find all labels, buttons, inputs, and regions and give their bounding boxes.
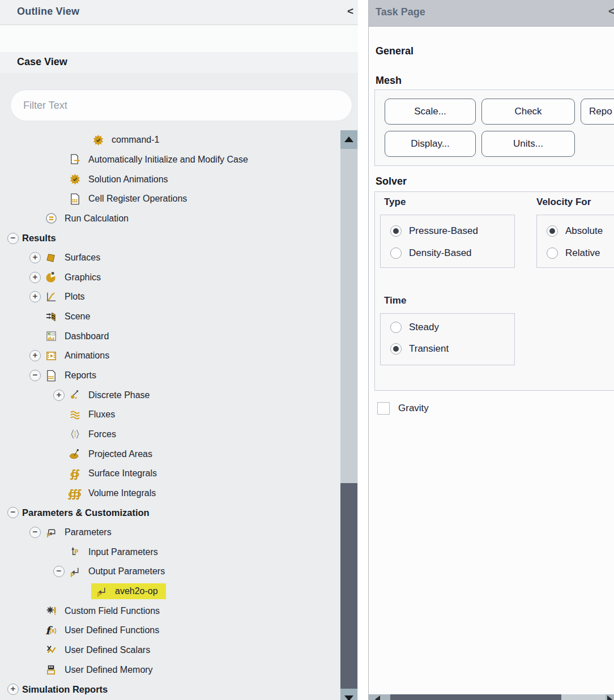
expander-minus-icon[interactable]: − bbox=[7, 507, 19, 518]
tree-item-reports[interactable]: −Reports bbox=[0, 366, 340, 386]
tree-item-user-defined-memory[interactable]: User Defined Memory bbox=[0, 660, 340, 680]
discrete-phase-icon bbox=[68, 389, 82, 402]
expander-plus-icon[interactable]: + bbox=[53, 390, 65, 401]
output-parameters-icon: P bbox=[95, 585, 108, 597]
mesh-heading: Mesh bbox=[376, 75, 402, 87]
tree-item-fluxes[interactable]: Fluxes bbox=[0, 405, 340, 425]
doc-arrow-icon bbox=[68, 153, 82, 166]
animations-icon bbox=[44, 349, 58, 362]
tree-item-label: Surfaces bbox=[65, 253, 100, 263]
display-button[interactable]: Display... bbox=[385, 131, 476, 157]
case-view-row: Case View bbox=[0, 52, 358, 73]
outline-view-header: Outline View < bbox=[0, 0, 358, 25]
scroll-up-button[interactable] bbox=[340, 130, 357, 149]
tree-item-label: Fluxes bbox=[88, 409, 115, 420]
velocity-formulation-box: Absolute Relative bbox=[536, 215, 614, 268]
tree-item-graphics[interactable]: +Graphics bbox=[0, 267, 340, 287]
tree-item-run-calculation[interactable]: Run Calculation bbox=[0, 209, 340, 229]
expander-plus-icon[interactable]: + bbox=[29, 272, 41, 283]
tree-item-surfaces[interactable]: +Surfaces bbox=[0, 248, 340, 268]
tree-item-input-parameters[interactable]: PInput Parameters bbox=[0, 542, 340, 562]
tree-item-label: Animations bbox=[65, 351, 109, 361]
tree-item-animations[interactable]: +Animations bbox=[0, 346, 340, 366]
tree-item-command-1[interactable]: command-1 bbox=[0, 130, 340, 150]
expander-minus-icon[interactable]: − bbox=[29, 527, 41, 538]
tree-item-results[interactable]: −Results bbox=[0, 228, 340, 248]
tree-item-label: Scene bbox=[65, 311, 90, 322]
tree-item-solution-animations[interactable]: Solution Animations bbox=[0, 169, 340, 189]
expander-plus-icon[interactable]: + bbox=[29, 252, 41, 263]
custom-field-functions-icon bbox=[44, 605, 58, 617]
surfaces-icon bbox=[44, 251, 58, 264]
surface-integrals-icon: ∯ bbox=[68, 467, 82, 480]
tree-item-label: User Defined Scalars bbox=[65, 645, 150, 655]
tree-item-user-defined-functions[interactable]: f(x)User Defined Functions bbox=[0, 621, 340, 641]
gravity-checkbox-row[interactable]: Gravity bbox=[377, 402, 429, 415]
horizontal-scrollbar[interactable] bbox=[369, 694, 614, 700]
tree-item-output-parameters[interactable]: −POutput Parameters bbox=[0, 562, 340, 582]
tree-item-volume-integrals[interactable]: ∰Volume Integrals bbox=[0, 484, 340, 503]
tree-item-user-defined-scalars[interactable]: User Defined Scalars bbox=[0, 641, 340, 660]
scene-icon bbox=[44, 310, 58, 323]
horizontal-scrollbar-thumb[interactable] bbox=[390, 694, 561, 700]
mesh-groupbox: Scale... Check Repo Display... Units... bbox=[374, 89, 614, 166]
tree-item-dashboard[interactable]: Dashboard bbox=[0, 326, 340, 346]
expander-plus-icon[interactable]: + bbox=[7, 684, 19, 695]
vertical-scrollbar[interactable] bbox=[340, 130, 357, 700]
tree-item-plots[interactable]: +Plots bbox=[0, 287, 340, 307]
scroll-left-button[interactable] bbox=[369, 694, 390, 700]
radio-button-icon bbox=[547, 225, 558, 237]
scroll-right-button[interactable] bbox=[606, 694, 614, 700]
tree-item-cell-register-operations[interactable]: Cell Register Operations bbox=[0, 189, 340, 209]
expander-plus-icon[interactable]: + bbox=[29, 350, 41, 361]
radio-button-icon bbox=[390, 247, 402, 259]
radio-label: Transient bbox=[409, 343, 449, 355]
tree-item-custom-field-functions[interactable]: Custom Field Functions bbox=[0, 601, 340, 621]
expander-minus-icon[interactable]: − bbox=[29, 370, 41, 381]
radio-pressure-based[interactable]: Pressure-Based bbox=[390, 223, 478, 239]
up-arrow-icon bbox=[344, 136, 353, 142]
radio-relative[interactable]: Relative bbox=[547, 245, 600, 261]
radio-label: Absolute bbox=[565, 225, 603, 237]
radio-absolute[interactable]: Absolute bbox=[547, 223, 603, 239]
expander-plus-icon[interactable]: + bbox=[29, 291, 41, 302]
tree-item-surface-integrals[interactable]: ∯Surface Integrals bbox=[0, 464, 340, 484]
gravity-label: Gravity bbox=[398, 403, 429, 414]
outline-view-panel: Outline View < Case View command-1Automa… bbox=[0, 0, 358, 700]
tree-item-aveh2o-op[interactable]: Paveh2o-op bbox=[0, 582, 340, 601]
output-parameters-icon: P bbox=[68, 565, 82, 578]
tree-item-parameters[interactable]: −PParameters bbox=[0, 523, 340, 543]
scroll-down-button[interactable] bbox=[340, 689, 357, 700]
tree-item-projected-areas[interactable]: Projected Areas bbox=[0, 444, 340, 464]
units-button[interactable]: Units... bbox=[481, 131, 575, 157]
expander-minus-icon[interactable]: − bbox=[53, 566, 65, 577]
tree-item-automatically-initialize-and-modify-case[interactable]: Automatically Initialize and Modify Case bbox=[0, 150, 340, 170]
solver-time-box: Steady Transient bbox=[380, 313, 515, 365]
task-page-panel: Task Page < General Mesh Scale... Check … bbox=[368, 0, 614, 700]
tree-item-discrete-phase[interactable]: +Discrete Phase bbox=[0, 385, 340, 405]
check-button[interactable]: Check bbox=[481, 99, 575, 125]
outline-view-title: Outline View bbox=[17, 6, 79, 18]
graphics-pie-icon bbox=[44, 271, 58, 284]
tree-item-label: Reports bbox=[65, 370, 96, 381]
collapse-panel-icon[interactable]: < bbox=[347, 5, 353, 18]
down-arrow-icon bbox=[344, 695, 353, 700]
radio-steady[interactable]: Steady bbox=[390, 319, 439, 335]
tree-item-forces[interactable]: Forces bbox=[0, 425, 340, 445]
radio-density-based[interactable]: Density-Based bbox=[390, 245, 472, 261]
collapse-panel-icon[interactable]: < bbox=[608, 5, 614, 18]
filter-text-input[interactable] bbox=[10, 89, 352, 121]
scale-button[interactable]: Scale... bbox=[385, 99, 476, 125]
input-parameters-icon: P bbox=[68, 546, 82, 558]
command-badge-icon bbox=[68, 173, 82, 186]
tree-item-label: Dashboard bbox=[65, 331, 109, 342]
expander-minus-icon[interactable]: − bbox=[7, 233, 19, 244]
user-defined-memory-icon bbox=[44, 664, 58, 676]
report-quality-button[interactable]: Repo bbox=[581, 99, 614, 125]
radio-transient[interactable]: Transient bbox=[390, 341, 449, 357]
vertical-scrollbar-thumb[interactable] bbox=[340, 483, 357, 689]
solver-time-label: Time bbox=[384, 295, 406, 306]
tree-item-parameters-customization[interactable]: −Parameters & Customization bbox=[0, 503, 340, 523]
tree-item-simulation-reports[interactable]: +Simulation Reports bbox=[0, 680, 340, 699]
tree-item-scene[interactable]: Scene bbox=[0, 307, 340, 327]
